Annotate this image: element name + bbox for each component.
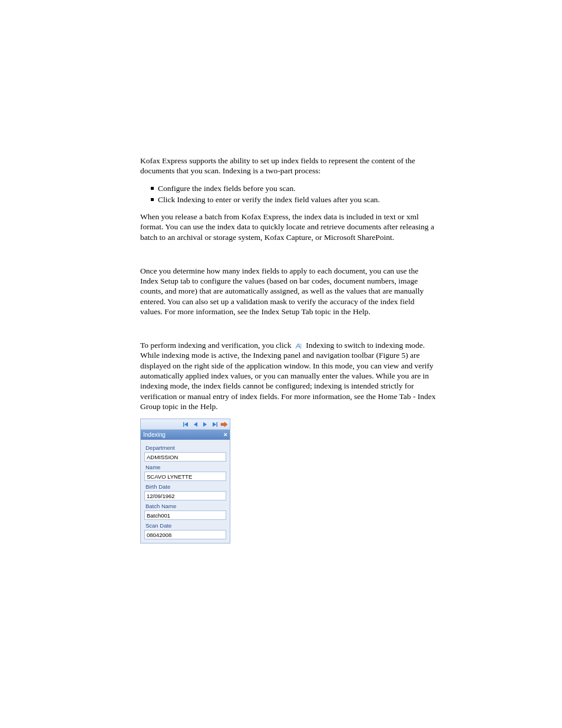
svg-rect-0 bbox=[183, 422, 184, 427]
svg-marker-6 bbox=[221, 422, 227, 427]
nav-prev-button[interactable] bbox=[191, 420, 200, 429]
list-item: Configure the index fields before you sc… bbox=[140, 183, 436, 193]
scan-date-field[interactable] bbox=[144, 530, 226, 539]
list-item: Click Indexing to enter or verify the in… bbox=[140, 195, 436, 205]
nav-forward-button[interactable] bbox=[220, 420, 228, 429]
close-icon[interactable]: × bbox=[224, 431, 227, 438]
name-field[interactable] bbox=[144, 472, 226, 481]
indexing-icon bbox=[295, 342, 303, 350]
panel-titlebar: Indexing × bbox=[141, 430, 230, 440]
svg-rect-5 bbox=[217, 422, 218, 427]
nav-toolbar bbox=[141, 419, 230, 430]
panel-body: Department Name Birth Date Batch Name Sc… bbox=[141, 440, 230, 543]
department-field[interactable] bbox=[144, 452, 226, 462]
svg-marker-2 bbox=[194, 422, 197, 427]
config-paragraph: Once you determine how many index fields… bbox=[140, 266, 436, 317]
process-list: Configure the index fields before you sc… bbox=[140, 183, 436, 205]
svg-marker-1 bbox=[184, 422, 188, 427]
field-label-name: Name bbox=[146, 464, 226, 470]
batch-name-field[interactable] bbox=[144, 510, 226, 520]
perform-text-post: Indexing to switch to indexing mode. Whi… bbox=[140, 341, 436, 411]
nav-next-button[interactable] bbox=[201, 420, 209, 429]
intro-paragraph: Kofax Express supports the ability to se… bbox=[140, 156, 436, 176]
birth-date-field[interactable] bbox=[144, 491, 226, 500]
field-label-department: Department bbox=[146, 444, 226, 451]
field-label-scan-date: Scan Date bbox=[146, 522, 226, 529]
field-label-birth-date: Birth Date bbox=[146, 483, 226, 490]
svg-marker-3 bbox=[203, 422, 207, 427]
svg-marker-4 bbox=[213, 422, 216, 427]
perform-paragraph: To perform indexing and verification, yo… bbox=[140, 340, 436, 411]
panel-title: Indexing bbox=[143, 431, 166, 438]
perform-text-pre: To perform indexing and verification, yo… bbox=[140, 341, 293, 350]
indexing-panel: Indexing × Department Name Birth Date Ba… bbox=[140, 419, 230, 543]
nav-first-button[interactable] bbox=[182, 420, 190, 429]
nav-last-button[interactable] bbox=[210, 420, 219, 429]
field-label-batch-name: Batch Name bbox=[146, 503, 226, 509]
release-paragraph: When you release a batch from Kofax Expr… bbox=[140, 212, 436, 242]
